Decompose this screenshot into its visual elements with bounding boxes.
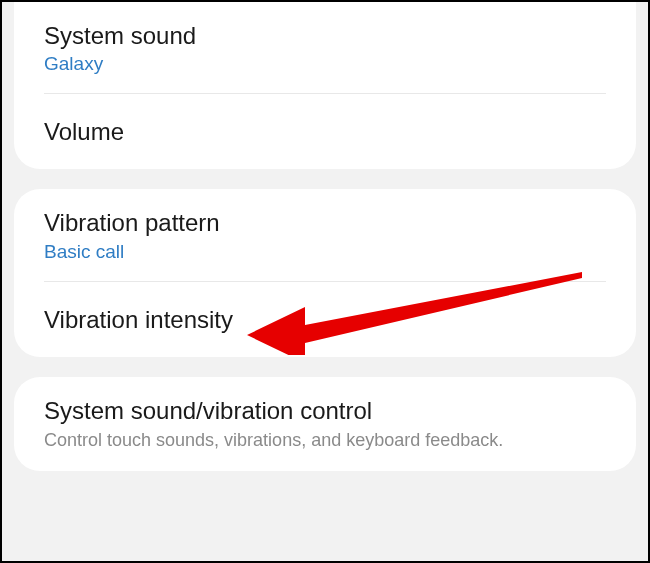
volume-title: Volume <box>44 116 606 147</box>
sound-card: System sound Galaxy Volume <box>14 2 636 169</box>
system-sound-vibration-card: System sound/vibration control Control t… <box>14 377 636 471</box>
system-sound-value: Galaxy <box>44 53 606 75</box>
vibration-pattern-title: Vibration pattern <box>44 207 606 238</box>
settings-list: System sound Galaxy Volume Vibration pat… <box>2 2 648 471</box>
vibration-card: Vibration pattern Basic call Vibration i… <box>14 189 636 356</box>
system-sound-vibration-desc: Control touch sounds, vibrations, and ke… <box>44 428 606 453</box>
vibration-pattern-row[interactable]: Vibration pattern Basic call <box>14 189 636 280</box>
system-sound-vibration-row[interactable]: System sound/vibration control Control t… <box>14 377 636 471</box>
system-sound-title: System sound <box>44 20 606 51</box>
vibration-intensity-row[interactable]: Vibration intensity <box>14 282 636 357</box>
vibration-intensity-title: Vibration intensity <box>44 304 606 335</box>
volume-row[interactable]: Volume <box>14 94 636 169</box>
vibration-pattern-value: Basic call <box>44 241 606 263</box>
system-sound-row[interactable]: System sound Galaxy <box>14 2 636 93</box>
system-sound-vibration-title: System sound/vibration control <box>44 395 606 426</box>
